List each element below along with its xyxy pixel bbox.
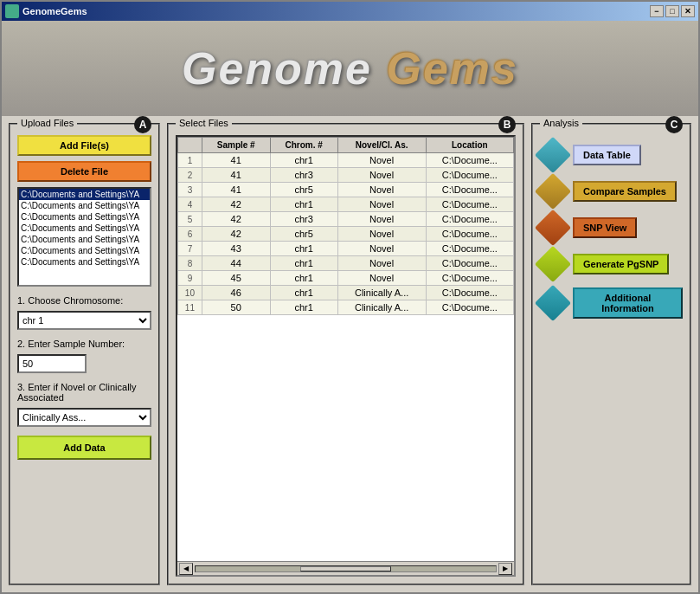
file-list-item[interactable]: C:\Documents and Settings\YA <box>19 245 150 256</box>
additional-info-button[interactable]: Additional Information <box>573 287 683 319</box>
cell-rownum: 5 <box>178 212 202 227</box>
col-header-num <box>178 138 202 153</box>
data-table-button[interactable]: Data Table <box>573 145 641 165</box>
cell-location: C:\Docume... <box>426 242 513 256</box>
col-header-location: Location <box>426 138 513 153</box>
cell-chrom: chr1 <box>270 300 337 315</box>
novel-clinically-select[interactable]: Clinically Ass... Novel <box>17 408 151 427</box>
analysis-label: Analysis <box>540 118 582 128</box>
main-content: Upload Files A Add File(s) Delete File C… <box>2 116 698 592</box>
sample-number-input[interactable] <box>17 354 87 373</box>
compare-samples-button[interactable]: Compare Samples <box>573 181 677 202</box>
chr-label: 1. Choose Chromosome: <box>17 295 151 306</box>
cell-sample: 45 <box>202 271 270 286</box>
data-table-row: Data Table <box>540 142 683 168</box>
scroll-left-button[interactable]: ◀ <box>179 563 193 575</box>
app-icon <box>5 4 19 18</box>
cell-sample: 42 <box>202 227 270 242</box>
horizontal-scrollbar[interactable]: ◀ ▶ <box>177 561 514 575</box>
cell-chrom: chr1 <box>270 153 337 168</box>
cell-chrom: chr1 <box>270 242 337 256</box>
upload-files-panel: Upload Files A Add File(s) Delete File C… <box>9 123 160 585</box>
delete-file-button[interactable]: Delete File <box>17 161 151 182</box>
cell-novel: Novel <box>337 256 426 271</box>
minimize-button[interactable]: − <box>650 5 664 17</box>
title-bar: GenomeGems − □ ✕ <box>2 2 698 21</box>
table-row[interactable]: 1 41 chr1 Novel C:\Docume... <box>178 153 514 168</box>
chromosome-select[interactable]: chr 1 chr 2 chr 3 <box>17 311 151 330</box>
cell-novel: Novel <box>337 271 426 286</box>
cell-rownum: 3 <box>178 183 202 197</box>
cell-novel: Novel <box>337 153 426 168</box>
cell-novel: Novel <box>337 183 426 197</box>
analysis-panel: Analysis C Data Table Compare Samples SN… <box>531 123 691 585</box>
cell-sample: 42 <box>202 197 270 212</box>
table-row[interactable]: 6 42 chr5 Novel C:\Docume... <box>178 227 514 242</box>
cell-chrom: chr5 <box>270 183 337 197</box>
cell-novel: Clinically A... <box>337 286 426 300</box>
add-data-button[interactable]: Add Data <box>17 436 151 460</box>
maximize-button[interactable]: □ <box>665 5 679 17</box>
analysis-buttons: Data Table Compare Samples SNP View Gene… <box>540 135 683 319</box>
table-row[interactable]: 3 41 chr5 Novel C:\Docume... <box>178 183 514 197</box>
pgsnp-row: Generate PgSNP <box>540 251 683 277</box>
snp-view-row: SNP View <box>540 215 683 241</box>
file-list-item[interactable]: C:\Documents and Settings\YA <box>19 223 150 234</box>
select-files-badge: B <box>498 116 516 133</box>
file-list-item[interactable]: C:\Documents and Settings\YA <box>19 211 150 223</box>
additional-info-diamond-icon <box>535 285 571 321</box>
banner-genome-text: Genome <box>182 43 372 94</box>
novel-label: 3. Enter if Novel or Clinically Associat… <box>17 382 151 403</box>
data-table-diamond-icon <box>535 137 571 173</box>
file-list[interactable]: C:\Documents and Settings\YA C:\Document… <box>17 187 151 287</box>
app-banner: Genome Gems <box>2 21 698 116</box>
compare-samples-diamond-icon <box>535 173 571 210</box>
generate-pgsnp-button[interactable]: Generate PgSNP <box>573 254 669 274</box>
table-row[interactable]: 8 44 chr1 Novel C:\Docume... <box>178 256 514 271</box>
cell-rownum: 7 <box>178 242 202 256</box>
table-row[interactable]: 7 43 chr1 Novel C:\Docume... <box>178 242 514 256</box>
add-file-button[interactable]: Add File(s) <box>17 135 151 156</box>
scroll-track[interactable] <box>195 565 497 572</box>
cell-location: C:\Docume... <box>426 212 513 227</box>
cell-location: C:\Docume... <box>426 197 513 212</box>
cell-location: C:\Docume... <box>426 153 513 168</box>
cell-location: C:\Docume... <box>426 168 513 183</box>
file-list-item[interactable]: C:\Documents and Settings\YA <box>19 200 150 211</box>
cell-rownum: 10 <box>178 286 202 300</box>
cell-rownum: 2 <box>178 168 202 183</box>
banner-title: Genome Gems <box>182 42 518 94</box>
analysis-badge: C <box>665 116 683 133</box>
cell-sample: 44 <box>202 256 270 271</box>
cell-location: C:\Docume... <box>426 227 513 242</box>
snp-view-diamond-icon <box>535 210 571 246</box>
scroll-right-button[interactable]: ▶ <box>498 563 512 575</box>
cell-sample: 50 <box>202 300 270 315</box>
cell-chrom: chr1 <box>270 256 337 271</box>
file-list-item[interactable]: C:\Documents and Settings\YA <box>19 256 150 268</box>
cell-location: C:\Docume... <box>426 271 513 286</box>
cell-sample: 42 <box>202 212 270 227</box>
sample-label: 2. Enter Sample Number: <box>17 339 151 349</box>
col-header-novel: Novel/Cl. As. <box>337 138 426 153</box>
table-row[interactable]: 4 42 chr1 Novel C:\Docume... <box>178 197 514 212</box>
table-row[interactable]: 10 46 chr1 Clinically A... C:\Docume... <box>178 286 514 300</box>
cell-sample: 41 <box>202 168 270 183</box>
table-row[interactable]: 2 41 chr3 Novel C:\Docume... <box>178 168 514 183</box>
snp-view-button[interactable]: SNP View <box>573 217 637 238</box>
cell-novel: Novel <box>337 168 426 183</box>
pgsnp-diamond-icon <box>535 246 571 282</box>
cell-chrom: chr1 <box>270 197 337 212</box>
upload-files-label: Upload Files <box>17 118 77 128</box>
table-scroll-area[interactable]: Sample # Chrom. # Novel/Cl. As. Location… <box>177 137 514 561</box>
file-list-item[interactable]: C:\Documents and Settings\YA <box>19 189 150 200</box>
file-list-item[interactable]: C:\Documents and Settings\YA <box>19 234 150 245</box>
scroll-thumb[interactable] <box>300 566 390 571</box>
cell-chrom: chr3 <box>270 212 337 227</box>
table-row[interactable]: 11 50 chr1 Clinically A... C:\Docume... <box>178 300 514 315</box>
table-row[interactable]: 9 45 chr1 Novel C:\Docume... <box>178 271 514 286</box>
close-button[interactable]: ✕ <box>681 5 695 17</box>
table-row[interactable]: 5 42 chr3 Novel C:\Docume... <box>178 212 514 227</box>
cell-rownum: 9 <box>178 271 202 286</box>
upload-files-badge: A <box>134 116 151 133</box>
